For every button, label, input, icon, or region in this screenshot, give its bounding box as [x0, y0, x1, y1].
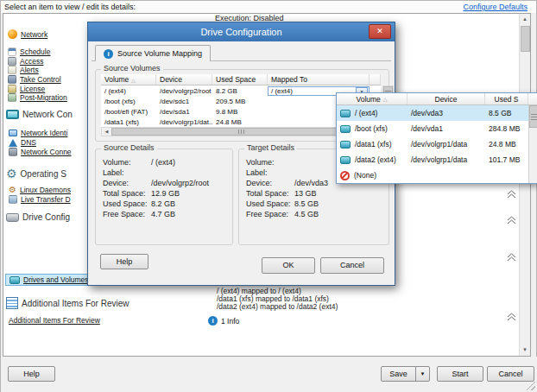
sidebar-section-operating-system[interactable]: ⚙ Operating S [6, 168, 66, 180]
none-icon [340, 171, 350, 180]
help-button[interactable]: Help [8, 366, 55, 382]
dropdown-column-volume[interactable]: Volume△ [337, 93, 407, 104]
operating-system-icon: ⚙ [6, 168, 17, 180]
network-identification-icon [9, 130, 17, 136]
network-connections-icon [9, 148, 17, 156]
start-button[interactable]: Start [437, 366, 483, 382]
dropdown-row[interactable]: /data2 (ext4) /dev/volgrp1/data 101.7 MB [337, 152, 537, 168]
resize-grip[interactable] [526, 381, 535, 390]
post-migration-icon [8, 93, 16, 102]
column-header-volume[interactable]: Volume△ [101, 74, 156, 85]
save-button[interactable]: Save [381, 366, 416, 382]
tab-source-volume-mapping[interactable]: i Source Volume Mapping [95, 45, 211, 61]
sidebar-item-schedule[interactable]: Schedule [8, 47, 50, 56]
info-badge-text: 1 Info [221, 317, 239, 326]
column-header-device[interactable]: Device [156, 74, 212, 85]
mapped-to-dropdown-popup: Volume△ Device Used S / (ext4) /dev/vda3… [336, 92, 537, 184]
cancel-button[interactable]: Cancel [487, 366, 534, 382]
volume-icon [340, 110, 351, 117]
close-button[interactable]: ✕ [369, 24, 391, 39]
scroll-up-button[interactable]: ▲ [520, 14, 530, 25]
sidebar-item-license[interactable]: License [8, 85, 45, 93]
sidebar-item-take-control[interactable]: Take Control [8, 75, 61, 84]
instruction-text: Select an item to view / edit its detail… [4, 3, 136, 11]
dropdown-row[interactable]: / (ext4) /dev/vda3 8.5 GB [337, 105, 537, 121]
volume-icon [340, 141, 351, 149]
dropdown-row[interactable]: /boot (xfs) /dev/vda1 284.8 MB [337, 121, 537, 136]
info-icon: i [208, 316, 218, 326]
linux-daemons-icon: ⚙ [9, 186, 16, 194]
close-icon: ✕ [376, 27, 383, 35]
info-badge: i 1 Info [208, 316, 239, 326]
mapping-line: /data2 (ext4) mapped to /data2 (ext4) [217, 302, 338, 311]
schedule-icon [8, 47, 16, 56]
drives-volumes-icon [9, 276, 20, 284]
sidebar-item-alerts[interactable]: Alerts [8, 66, 39, 74]
app-window: Select an item to view / edit its detail… [0, 0, 537, 392]
dropdown-row-none[interactable]: (None) [337, 168, 537, 183]
dropdown-vertical-scrollbar[interactable] [528, 105, 537, 183]
access-icon [8, 57, 16, 66]
source-details-group: Source Details Volume:/ (ext4) Label: De… [95, 149, 233, 245]
sidebar-item-access[interactable]: Access [8, 57, 43, 66]
scroll-left-button[interactable]: ◀ [102, 128, 111, 136]
dropdown-row[interactable]: /data1 (xfs) /dev/volgrp1/data 24.8 MB [337, 136, 537, 152]
group-label: Source Volumes [101, 64, 163, 73]
info-icon: i [104, 49, 113, 59]
sidebar-item-network[interactable]: Network [8, 29, 47, 39]
sidebar-item-dns[interactable]: DNS [9, 138, 36, 147]
sidebar-item-network-identification[interactable]: Network Identi [9, 129, 67, 137]
live-transfer-icon [9, 195, 17, 204]
ok-button[interactable]: OK [262, 257, 315, 274]
sidebar-section-network-configuration[interactable]: Network Con [6, 110, 73, 119]
header: Select an item to view / edit its detail… [1, 1, 536, 13]
alerts-icon [8, 66, 16, 74]
sidebar-item-network-connections[interactable]: Network Conne [9, 148, 72, 156]
dialog-title: Drive Configuration [88, 22, 395, 41]
take-control-icon [8, 75, 16, 84]
drive-configuration-icon [6, 213, 19, 222]
dropdown-header-row: Volume△ Device Used S [337, 93, 537, 105]
column-header-used-space[interactable]: Used Space [212, 74, 268, 85]
scrollbar-thumb[interactable] [111, 128, 370, 136]
scrollbar-thumb[interactable] [521, 26, 530, 52]
sidebar-item-drives-and-volumes[interactable]: Drives and Volumes [5, 274, 93, 286]
footer-bar: Help Save ▼ Start Cancel [1, 357, 537, 392]
sidebar-section-additional-items[interactable]: Additional Items For Review [6, 297, 130, 309]
sidebar-item-linux-daemons[interactable]: ⚙ Linux Daemons [9, 186, 71, 194]
license-icon [8, 85, 16, 93]
table-header-row: Volume△ Device Used Space Mapped To [101, 74, 381, 85]
sidebar-item-live-transfer[interactable]: Live Transfer D [9, 195, 71, 204]
scrollbar-thumb[interactable] [529, 105, 537, 128]
network-configuration-icon [6, 110, 19, 119]
dialog-titlebar[interactable]: Drive Configuration ✕ [88, 22, 395, 41]
dropdown-column-device[interactable]: Device [407, 93, 485, 104]
scroll-down-button[interactable]: ▼ [520, 345, 530, 356]
main-vertical-scrollbar[interactable]: ▲ ▼ [519, 14, 530, 356]
sort-ascending-icon: △ [383, 96, 388, 102]
dialog-cancel-button[interactable]: Cancel [320, 257, 384, 274]
column-header-mapped-to[interactable]: Mapped To [268, 74, 370, 85]
configure-defaults-link[interactable]: Configure Defaults [463, 3, 528, 11]
volume-icon [340, 156, 351, 164]
dns-icon [9, 139, 17, 147]
dialog-help-button[interactable]: Help [100, 254, 148, 269]
save-menu-button[interactable]: ▼ [415, 366, 430, 382]
additional-items-icon [6, 297, 18, 309]
network-icon [8, 29, 17, 39]
dropdown-column-used-space[interactable]: Used S [485, 93, 528, 104]
collapse-chevron-icon[interactable] [507, 190, 517, 199]
sidebar-item-additional-items-review[interactable]: Additional Items For Review [9, 316, 100, 325]
chevron-down-icon: ▼ [420, 371, 426, 376]
sort-ascending-icon: △ [131, 77, 136, 83]
sidebar-item-post-migration[interactable]: Post-Migration [8, 93, 67, 102]
collapse-chevron-icon[interactable] [507, 313, 517, 322]
collapse-chevron-icon[interactable] [507, 253, 517, 262]
sidebar-section-drive-configuration[interactable]: Drive Config [6, 212, 70, 222]
collapse-chevron-icon[interactable] [507, 216, 517, 225]
volume-icon [340, 125, 351, 133]
